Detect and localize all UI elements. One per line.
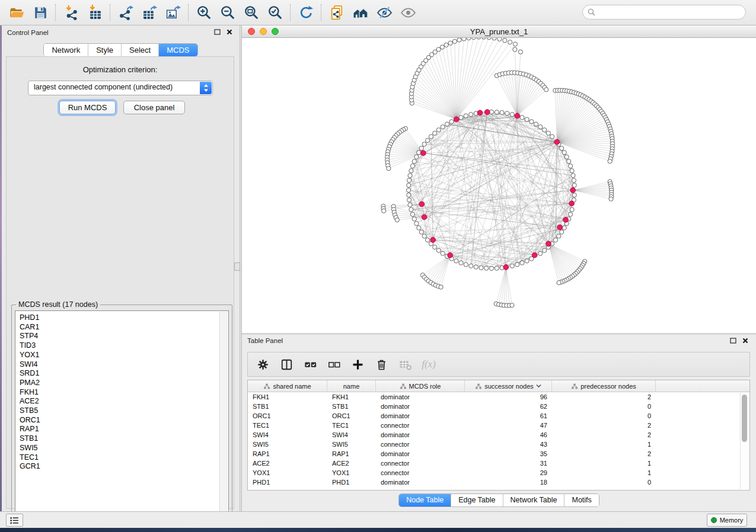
network-node[interactable] [436,128,441,132]
show-all-button[interactable] [396,2,420,23]
column-header-MCDS-role[interactable]: MCDS role [376,380,465,392]
mcds-result-item[interactable]: STB5 [20,406,40,416]
network-node[interactable] [500,110,504,114]
network-node[interactable] [508,40,512,44]
network-node[interactable] [407,183,411,187]
network-node[interactable] [408,174,412,178]
network-node[interactable] [433,131,437,135]
save-session-button[interactable] [28,2,52,23]
mcds-hub-node[interactable] [419,201,425,207]
float-icon[interactable] [214,29,221,35]
network-node[interactable] [449,120,454,124]
network-node[interactable] [553,238,557,242]
network-node[interactable] [513,42,517,46]
close-panel-button[interactable]: Close panel [123,101,185,114]
columns-button[interactable] [279,357,294,372]
search-box[interactable] [582,5,746,20]
mcds-hub-node[interactable] [420,150,426,156]
export-network-button[interactable] [114,2,138,23]
mcds-result-item[interactable]: PHD1 [20,313,40,323]
network-node[interactable] [417,226,421,230]
network-node[interactable] [414,155,419,159]
network-canvas[interactable] [242,38,756,333]
memory-button[interactable]: Memory [707,514,747,527]
mcds-result-item[interactable]: STB1 [20,434,40,444]
network-node[interactable] [520,116,524,120]
network-node[interactable] [550,134,554,139]
tab-network[interactable]: Network [44,44,88,56]
network-node[interactable] [433,245,437,249]
network-node[interactable] [515,262,519,267]
network-node[interactable] [543,248,547,252]
network-node[interactable] [407,178,412,182]
tab-mcds[interactable]: MCDS [159,44,197,56]
first-neighbors-button[interactable] [349,2,372,23]
network-node[interactable] [452,39,457,43]
table-row[interactable]: ORC1ORC1dominator610 [248,411,749,421]
splitter-handle[interactable] [234,262,240,271]
task-list-button[interactable] [6,514,23,527]
network-node[interactable] [439,285,443,289]
network-node[interactable] [457,38,461,42]
network-node[interactable] [560,230,564,234]
network-node[interactable] [387,166,391,171]
mcds-hub-node[interactable] [477,110,483,116]
network-node[interactable] [440,45,444,49]
network-node[interactable] [538,125,543,129]
network-node[interactable] [408,203,412,207]
table-row[interactable]: YOX1YOX1connector291 [248,468,749,477]
hide-selected-button[interactable] [372,2,396,23]
mcds-result-item[interactable]: GCR1 [20,462,40,472]
close-icon[interactable] [227,29,232,35]
add-row-button[interactable] [350,357,365,372]
network-node[interactable] [609,197,613,201]
network-node[interactable] [417,150,421,155]
network-node[interactable] [409,207,413,211]
network-node[interactable] [445,122,449,126]
mcds-result-list[interactable]: PHD1CAR1STP4TID3YOX1SWI4SRD1PMA2FKH1ACE2… [15,310,229,523]
mcds-hub-node[interactable] [554,139,560,145]
network-node[interactable] [562,150,566,155]
network-node[interactable] [409,169,413,173]
open-file-button[interactable] [5,2,28,23]
tab-style[interactable]: Style [88,44,122,56]
network-node[interactable] [407,193,411,197]
network-node[interactable] [410,164,414,168]
network-node[interactable] [505,111,509,116]
network-node[interactable] [477,38,481,39]
tab-network-table[interactable]: Network Table [503,494,565,507]
table-row[interactable]: FKH1FKH1dominator962 [248,392,749,402]
table-scrollbar-thumb[interactable] [742,395,747,442]
float-icon[interactable] [730,338,736,344]
network-node[interactable] [510,113,514,117]
table-row[interactable]: TEC1TEC1connector472 [248,421,749,430]
network-node[interactable] [436,248,441,252]
network-node[interactable] [560,146,564,150]
network-node[interactable] [459,261,463,265]
mcds-hub-node[interactable] [503,265,509,270]
tab-node-table[interactable]: Node Table [399,494,451,507]
zoom-selected-button[interactable] [263,2,287,23]
mcds-hub-node[interactable] [454,117,459,122]
network-node[interactable] [412,217,416,221]
network-node[interactable] [520,261,524,265]
network-node[interactable] [572,193,576,197]
network-node[interactable] [444,43,448,47]
network-node[interactable] [543,128,547,132]
network-node[interactable] [567,159,571,164]
network-node[interactable] [492,38,496,40]
network-node[interactable] [570,207,574,211]
network-node[interactable] [454,259,458,263]
network-node[interactable] [497,38,502,41]
select-all-button[interactable] [302,357,318,372]
network-node[interactable] [422,142,426,146]
network-node[interactable] [495,266,499,270]
mcds-result-item[interactable]: STP4 [20,332,40,341]
network-node[interactable] [414,222,419,226]
network-node[interactable] [569,164,573,168]
network-node[interactable] [481,38,486,39]
tab-edge-table[interactable]: Edge Table [451,494,503,507]
network-node[interactable] [544,88,548,92]
network-node[interactable] [441,251,445,255]
column-header-successor-nodes[interactable]: successor nodes [465,380,552,392]
